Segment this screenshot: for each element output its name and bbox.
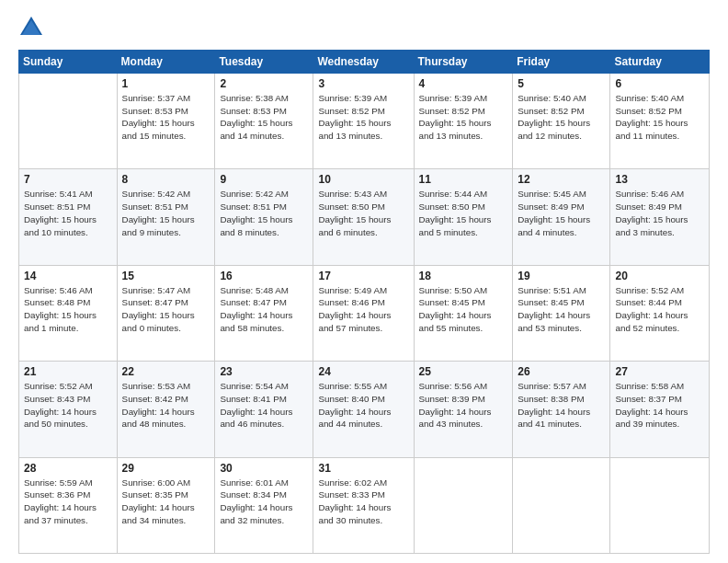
calendar-table: SundayMondayTuesdayWednesdayThursdayFrid… <box>18 50 710 554</box>
day-number: 28 <box>24 462 112 475</box>
day-info: Sunrise: 5:45 AM Sunset: 8:49 PM Dayligh… <box>518 188 605 238</box>
day-info: Sunrise: 5:46 AM Sunset: 8:49 PM Dayligh… <box>615 188 704 238</box>
day-number: 6 <box>615 77 704 90</box>
day-number: 2 <box>220 77 308 90</box>
day-number: 11 <box>419 173 508 186</box>
calendar-cell: 27Sunrise: 5:58 AM Sunset: 8:37 PM Dayli… <box>610 362 710 457</box>
day-number: 22 <box>122 365 210 378</box>
day-number: 9 <box>220 173 308 186</box>
calendar-cell: 3Sunrise: 5:39 AM Sunset: 8:52 PM Daylig… <box>313 74 414 169</box>
day-info: Sunrise: 5:55 AM Sunset: 8:40 PM Dayligh… <box>318 380 408 431</box>
calendar-cell: 11Sunrise: 5:44 AM Sunset: 8:50 PM Dayli… <box>414 169 513 265</box>
day-info: Sunrise: 5:53 AM Sunset: 8:42 PM Dayligh… <box>122 380 210 431</box>
day-info: Sunrise: 5:50 AM Sunset: 8:45 PM Dayligh… <box>419 284 508 335</box>
day-info: Sunrise: 6:02 AM Sunset: 8:33 PM Dayligh… <box>318 477 408 527</box>
calendar-cell: 17Sunrise: 5:49 AM Sunset: 8:46 PM Dayli… <box>313 265 414 361</box>
day-info: Sunrise: 5:48 AM Sunset: 8:47 PM Dayligh… <box>220 284 308 335</box>
day-info: Sunrise: 5:58 AM Sunset: 8:37 PM Dayligh… <box>615 380 704 431</box>
calendar-cell: 4Sunrise: 5:39 AM Sunset: 8:52 PM Daylig… <box>414 74 513 169</box>
day-number: 29 <box>122 462 210 475</box>
day-number: 19 <box>518 270 605 282</box>
calendar-cell: 8Sunrise: 5:42 AM Sunset: 8:51 PM Daylig… <box>117 169 215 265</box>
day-info: Sunrise: 6:01 AM Sunset: 8:34 PM Dayligh… <box>220 477 308 527</box>
calendar-cell: 13Sunrise: 5:46 AM Sunset: 8:49 PM Dayli… <box>610 169 710 265</box>
calendar-cell: 31Sunrise: 6:02 AM Sunset: 8:33 PM Dayli… <box>313 457 414 553</box>
day-info: Sunrise: 5:42 AM Sunset: 8:51 PM Dayligh… <box>122 188 210 238</box>
calendar-cell: 24Sunrise: 5:55 AM Sunset: 8:40 PM Dayli… <box>313 362 414 457</box>
calendar-cell: 23Sunrise: 5:54 AM Sunset: 8:41 PM Dayli… <box>215 362 313 457</box>
day-info: Sunrise: 5:41 AM Sunset: 8:51 PM Dayligh… <box>24 188 112 238</box>
day-info: Sunrise: 5:40 AM Sunset: 8:52 PM Dayligh… <box>615 92 704 143</box>
calendar-cell: 26Sunrise: 5:57 AM Sunset: 8:38 PM Dayli… <box>513 362 610 457</box>
day-number: 26 <box>518 365 605 378</box>
calendar-day-header: Thursday <box>414 51 513 74</box>
calendar-cell: 9Sunrise: 5:42 AM Sunset: 8:51 PM Daylig… <box>215 169 313 265</box>
logo <box>18 15 46 40</box>
day-number: 31 <box>318 462 408 475</box>
calendar-cell: 20Sunrise: 5:52 AM Sunset: 8:44 PM Dayli… <box>610 265 710 361</box>
day-number: 24 <box>318 365 408 378</box>
day-number: 27 <box>615 365 704 378</box>
calendar-day-header: Sunday <box>19 51 118 74</box>
day-number: 30 <box>220 462 308 475</box>
day-info: Sunrise: 5:39 AM Sunset: 8:52 PM Dayligh… <box>419 92 508 143</box>
day-info: Sunrise: 5:44 AM Sunset: 8:50 PM Dayligh… <box>419 188 508 238</box>
calendar-week-row: 7Sunrise: 5:41 AM Sunset: 8:51 PM Daylig… <box>19 169 710 265</box>
page: SundayMondayTuesdayWednesdayThursdayFrid… <box>0 0 728 563</box>
calendar-cell: 25Sunrise: 5:56 AM Sunset: 8:39 PM Dayli… <box>414 362 513 457</box>
day-number: 14 <box>24 270 112 282</box>
calendar-cell: 16Sunrise: 5:48 AM Sunset: 8:47 PM Dayli… <box>215 265 313 361</box>
calendar-cell: 14Sunrise: 5:46 AM Sunset: 8:48 PM Dayli… <box>19 265 118 361</box>
calendar-day-header: Wednesday <box>313 51 414 74</box>
calendar-cell: 29Sunrise: 6:00 AM Sunset: 8:35 PM Dayli… <box>117 457 215 553</box>
day-info: Sunrise: 5:56 AM Sunset: 8:39 PM Dayligh… <box>419 380 508 431</box>
day-info: Sunrise: 5:39 AM Sunset: 8:52 PM Dayligh… <box>318 92 408 143</box>
calendar-day-header: Tuesday <box>215 51 313 74</box>
calendar-cell: 10Sunrise: 5:43 AM Sunset: 8:50 PM Dayli… <box>313 169 414 265</box>
calendar-cell: 2Sunrise: 5:38 AM Sunset: 8:53 PM Daylig… <box>215 74 313 169</box>
calendar-day-header: Friday <box>513 51 610 74</box>
day-info: Sunrise: 5:51 AM Sunset: 8:45 PM Dayligh… <box>518 284 605 335</box>
day-info: Sunrise: 5:57 AM Sunset: 8:38 PM Dayligh… <box>518 380 605 431</box>
day-info: Sunrise: 5:47 AM Sunset: 8:47 PM Dayligh… <box>122 284 210 335</box>
day-number: 18 <box>419 270 508 282</box>
calendar-week-row: 28Sunrise: 5:59 AM Sunset: 8:36 PM Dayli… <box>19 457 710 553</box>
day-info: Sunrise: 5:37 AM Sunset: 8:53 PM Dayligh… <box>122 92 210 143</box>
day-number: 15 <box>122 270 210 282</box>
calendar-day-header: Monday <box>117 51 215 74</box>
calendar-cell: 19Sunrise: 5:51 AM Sunset: 8:45 PM Dayli… <box>513 265 610 361</box>
calendar-cell: 5Sunrise: 5:40 AM Sunset: 8:52 PM Daylig… <box>513 74 610 169</box>
calendar-cell <box>610 457 710 553</box>
calendar-cell: 28Sunrise: 5:59 AM Sunset: 8:36 PM Dayli… <box>19 457 118 553</box>
day-info: Sunrise: 6:00 AM Sunset: 8:35 PM Dayligh… <box>122 477 210 527</box>
day-number: 17 <box>318 270 408 282</box>
calendar-week-row: 1Sunrise: 5:37 AM Sunset: 8:53 PM Daylig… <box>19 74 710 169</box>
calendar-cell: 15Sunrise: 5:47 AM Sunset: 8:47 PM Dayli… <box>117 265 215 361</box>
calendar-cell: 30Sunrise: 6:01 AM Sunset: 8:34 PM Dayli… <box>215 457 313 553</box>
day-number: 20 <box>615 270 704 282</box>
calendar-cell: 7Sunrise: 5:41 AM Sunset: 8:51 PM Daylig… <box>19 169 118 265</box>
day-number: 3 <box>318 77 408 90</box>
day-info: Sunrise: 5:52 AM Sunset: 8:43 PM Dayligh… <box>24 380 112 431</box>
calendar-week-row: 14Sunrise: 5:46 AM Sunset: 8:48 PM Dayli… <box>19 265 710 361</box>
calendar-cell: 21Sunrise: 5:52 AM Sunset: 8:43 PM Dayli… <box>19 362 118 457</box>
day-number: 8 <box>122 173 210 186</box>
calendar-header-row: SundayMondayTuesdayWednesdayThursdayFrid… <box>19 51 710 74</box>
calendar-day-header: Saturday <box>610 51 710 74</box>
day-number: 16 <box>220 270 308 282</box>
day-number: 25 <box>419 365 508 378</box>
day-number: 21 <box>24 365 112 378</box>
calendar-cell <box>414 457 513 553</box>
calendar-cell: 12Sunrise: 5:45 AM Sunset: 8:49 PM Dayli… <box>513 169 610 265</box>
calendar-cell <box>19 74 118 169</box>
calendar-cell: 1Sunrise: 5:37 AM Sunset: 8:53 PM Daylig… <box>117 74 215 169</box>
day-number: 10 <box>318 173 408 186</box>
day-number: 12 <box>518 173 605 186</box>
day-number: 5 <box>518 77 605 90</box>
day-number: 4 <box>419 77 508 90</box>
day-info: Sunrise: 5:42 AM Sunset: 8:51 PM Dayligh… <box>220 188 308 238</box>
logo-icon <box>18 15 44 40</box>
calendar-week-row: 21Sunrise: 5:52 AM Sunset: 8:43 PM Dayli… <box>19 362 710 457</box>
day-number: 7 <box>24 173 112 186</box>
calendar-cell: 6Sunrise: 5:40 AM Sunset: 8:52 PM Daylig… <box>610 74 710 169</box>
